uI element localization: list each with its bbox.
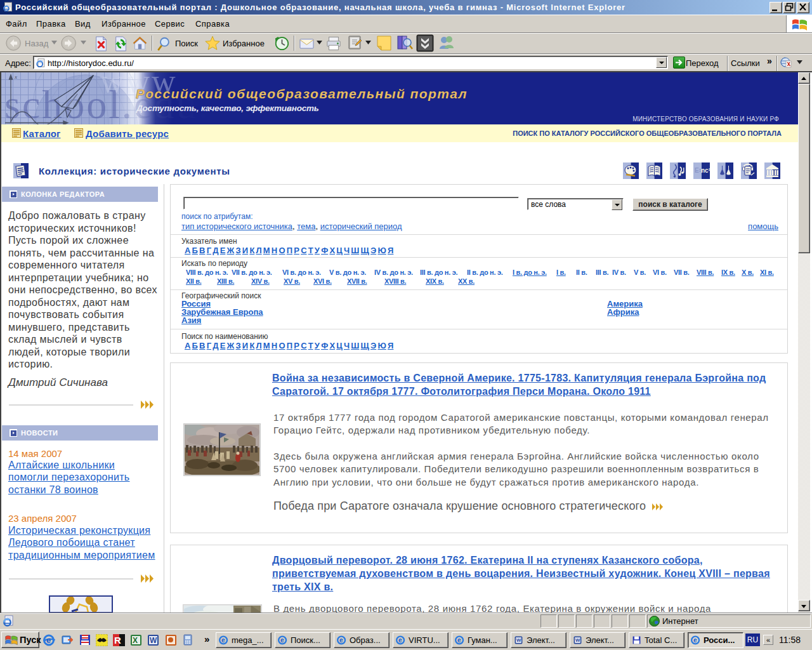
svg-text:e: e xyxy=(221,637,225,644)
svg-text:e: e xyxy=(280,637,284,644)
svg-text:e: e xyxy=(693,637,697,644)
svg-text:nc²: nc² xyxy=(701,167,710,174)
svg-text:e: e xyxy=(457,637,461,644)
svg-text:W: W xyxy=(516,637,521,643)
svg-text:Доступность, качество, эффекти: Доступность, качество, эффективность xyxy=(136,103,319,113)
svg-text:Российский общеобразовательный: Российский общеобразовательный портал xyxy=(136,86,468,101)
svg-text:X: X xyxy=(133,636,138,645)
svg-text:e: e xyxy=(339,637,343,644)
svg-text:x: x xyxy=(14,74,17,80)
svg-text:e: e xyxy=(398,637,402,644)
svg-text:R: R xyxy=(114,635,121,646)
svg-text:W: W xyxy=(575,637,580,643)
svg-text:e: e xyxy=(46,635,51,645)
svg-text:МИНИСТЕРСТВО ОБРАЗОВАНИЯ И НАУ: МИНИСТЕРСТВО ОБРАЗОВАНИЯ И НАУКИ РФ xyxy=(632,116,779,123)
svg-text:W: W xyxy=(150,636,157,645)
